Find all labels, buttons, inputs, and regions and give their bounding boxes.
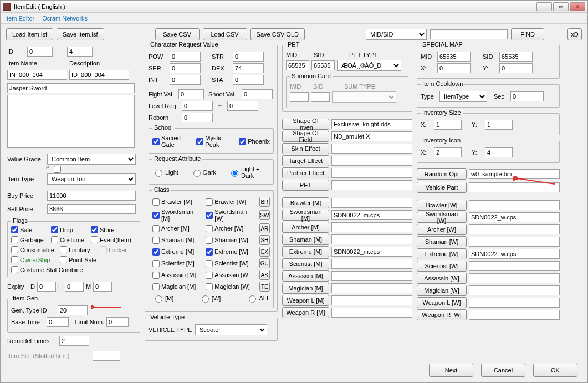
- close-button[interactable]: ✕: [570, 2, 585, 11]
- dex-input[interactable]: [233, 63, 264, 73]
- flag-costume[interactable]: Costume: [51, 236, 86, 243]
- reborn-input[interactable]: [182, 113, 213, 122]
- vehicle-part-button[interactable]: Vehicle Part: [417, 182, 467, 193]
- gen-type-input[interactable]: [58, 305, 88, 315]
- m-3-button[interactable]: Shaman [M]: [282, 234, 329, 245]
- pet-mid-input[interactable]: [286, 60, 309, 70]
- class-2-sq[interactable]: AR: [259, 223, 270, 233]
- w-4-button[interactable]: Extreme [W]: [417, 248, 467, 259]
- pet-sid-input[interactable]: [311, 60, 335, 70]
- w-9-input[interactable]: [469, 310, 560, 320]
- menu-ocram[interactable]: Ocram Networks: [42, 15, 88, 22]
- flag-sale[interactable]: Sale: [11, 226, 47, 233]
- next-button[interactable]: Next: [429, 364, 473, 377]
- find-input[interactable]: [430, 29, 508, 39]
- int-input[interactable]: [170, 75, 201, 85]
- cancel-button[interactable]: Cancel: [481, 364, 525, 377]
- minimize-button[interactable]: —: [536, 2, 552, 11]
- icon-x-input[interactable]: [434, 147, 462, 157]
- mode-select[interactable]: MID/SID: [366, 29, 427, 40]
- ok-button[interactable]: OK: [533, 364, 577, 377]
- vehicle-part-input[interactable]: [469, 182, 560, 192]
- menu-item-editor[interactable]: Item Editor: [5, 15, 34, 22]
- fight-input[interactable]: [178, 89, 204, 99]
- w-1-button[interactable]: Swordsman [W]: [417, 212, 467, 223]
- m-6-input[interactable]: [331, 271, 412, 281]
- class-7-m[interactable]: Magician [M]: [152, 283, 203, 290]
- sell-price-input[interactable]: [47, 204, 136, 214]
- flag-locker[interactable]: Locker: [100, 246, 135, 253]
- long-name-input[interactable]: [7, 83, 135, 93]
- cooldown-type-select[interactable]: ItemType: [439, 91, 487, 102]
- attr-ld[interactable]: Light + Dark: [228, 166, 270, 179]
- class-7-w[interactable]: Magician [W]: [206, 283, 257, 290]
- m-4-input[interactable]: [331, 247, 412, 257]
- class-7-sq[interactable]: TE: [259, 282, 270, 292]
- flag-ownership[interactable]: OwnerShip: [11, 256, 55, 263]
- flag-drop[interactable]: Drop: [51, 226, 86, 233]
- school-sg[interactable]: Sacred Gate: [152, 135, 194, 148]
- pow-input[interactable]: [170, 52, 201, 62]
- m-4-button[interactable]: Extreme [M]: [282, 246, 329, 257]
- flag-consumable[interactable]: Consumable: [11, 246, 55, 253]
- remodel-input[interactable]: [59, 336, 89, 346]
- w-2-button[interactable]: Archer [W]: [417, 224, 467, 235]
- w-7-input[interactable]: [469, 285, 560, 295]
- w-5-input[interactable]: [469, 261, 560, 271]
- icon-y-input[interactable]: [485, 147, 513, 157]
- r-0-input[interactable]: [331, 119, 412, 129]
- flag-pointsale[interactable]: Point Sale: [60, 256, 104, 263]
- m-0-input[interactable]: [331, 198, 412, 208]
- flag-store[interactable]: Store: [91, 226, 126, 233]
- class-6-sq[interactable]: AS: [259, 270, 270, 280]
- class-3-m[interactable]: Shaman [M]: [152, 237, 203, 244]
- w-0-button[interactable]: Brawler [W]: [417, 200, 467, 211]
- w-0-input[interactable]: [469, 200, 560, 210]
- m-8-button[interactable]: Weapon L [M]: [282, 295, 329, 306]
- r-2-input[interactable]: [331, 144, 412, 154]
- random-opt-input[interactable]: [469, 169, 560, 179]
- shoot-input[interactable]: [242, 89, 273, 99]
- id-b-input[interactable]: [67, 47, 93, 57]
- expiry-m-input[interactable]: [93, 282, 112, 292]
- r-3-input[interactable]: [331, 156, 412, 166]
- w-9-button[interactable]: Weapon R [W]: [417, 309, 467, 320]
- base-time-input[interactable]: [47, 317, 69, 327]
- item-type-select[interactable]: Weapon Tool: [47, 173, 136, 185]
- xd-button[interactable]: xD: [567, 28, 582, 40]
- r-1-button[interactable]: Shape Of Field: [282, 131, 329, 142]
- school-ph[interactable]: Phoenix: [239, 138, 270, 145]
- class-1-m[interactable]: Swordsman [M]: [152, 208, 203, 222]
- description-input[interactable]: [69, 70, 129, 80]
- save-item-button[interactable]: Save Item.isf: [57, 28, 104, 40]
- w-8-input[interactable]: [469, 298, 560, 308]
- class-1-w[interactable]: Swordsman [W]: [206, 208, 257, 222]
- attr-light[interactable]: Light: [152, 168, 178, 177]
- m-3-input[interactable]: [331, 234, 412, 244]
- m-7-input[interactable]: [331, 283, 412, 293]
- r-2-button[interactable]: Skin Effect: [282, 143, 329, 154]
- m-9-input[interactable]: [331, 308, 412, 318]
- p-checkbox[interactable]: [54, 166, 61, 173]
- r-0-button[interactable]: Shape Of Inven: [282, 119, 329, 130]
- item-name-input[interactable]: [7, 70, 67, 80]
- smap-y-input[interactable]: [499, 63, 533, 73]
- m-2-button[interactable]: Archer [M]: [282, 222, 329, 233]
- flag-garbage[interactable]: Garbage: [11, 236, 47, 243]
- smap-sid-input[interactable]: [499, 52, 533, 62]
- m-0-button[interactable]: Brawler [M]: [282, 197, 329, 208]
- class-5-sq[interactable]: GU: [259, 258, 270, 268]
- inv-y-input[interactable]: [485, 120, 513, 130]
- load-csv-button[interactable]: Load CSV: [203, 28, 247, 40]
- w-3-input[interactable]: [469, 237, 560, 247]
- expiry-h-input[interactable]: [65, 282, 84, 292]
- smap-mid-input[interactable]: [437, 52, 471, 62]
- smap-x-input[interactable]: [437, 63, 471, 73]
- m-2-input[interactable]: [331, 222, 412, 232]
- pet-type-select[interactable]: ÆÖÅ¸¸®ÀÔ_D: [337, 60, 401, 71]
- w-2-input[interactable]: [469, 224, 560, 234]
- flag-limitary[interactable]: Limitary: [60, 246, 95, 253]
- class-5-m[interactable]: Scientist [M]: [152, 260, 203, 267]
- class-6-w[interactable]: Assassin [W]: [206, 272, 257, 279]
- w-6-button[interactable]: Assassin [W]: [417, 273, 467, 284]
